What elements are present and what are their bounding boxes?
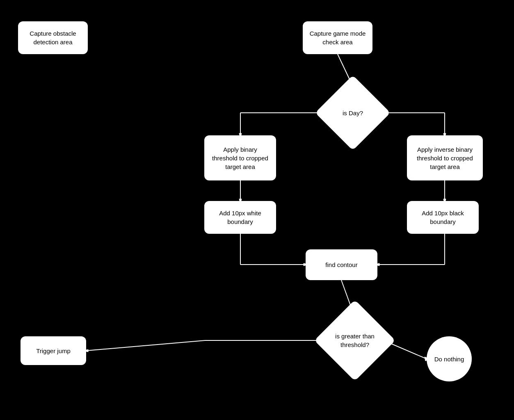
- is-day-diamond-label: is Day?: [326, 86, 379, 139]
- trigger-jump-node: Trigger jump: [21, 336, 86, 365]
- apply-inv-binary-node: Apply inverse binary threshold to croppe…: [407, 135, 483, 180]
- add-black-boundary-node: Add 10px black boundary: [407, 201, 479, 234]
- find-contour-node: find contour: [306, 249, 377, 280]
- capture-game-mode-node: Capture game mode check area: [303, 21, 372, 54]
- capture-obstacle-node: Capture obstacle detection area: [18, 21, 88, 54]
- is-greater-diamond-label: is greater than threshold?: [326, 312, 384, 369]
- apply-binary-node: Apply binary threshold to cropped target…: [204, 135, 276, 180]
- flowchart: Capture obstacle detection area Capture …: [0, 0, 514, 420]
- add-white-boundary-node: Add 10px white boundary: [204, 201, 276, 234]
- svg-line-23: [86, 340, 205, 351]
- do-nothing-node: Do nothing: [427, 336, 472, 381]
